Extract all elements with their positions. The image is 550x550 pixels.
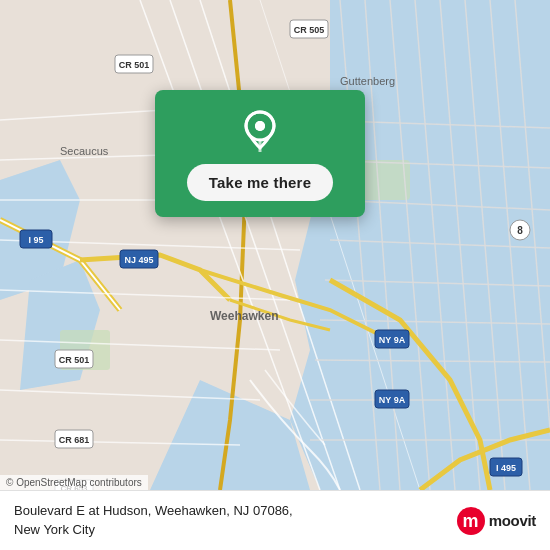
moovit-icon: m bbox=[457, 507, 485, 535]
take-me-there-button[interactable]: Take me there bbox=[187, 164, 333, 201]
svg-text:CR 681: CR 681 bbox=[59, 435, 90, 445]
svg-text:CR 501: CR 501 bbox=[119, 60, 150, 70]
svg-text:I 495: I 495 bbox=[496, 463, 516, 473]
svg-text:Weehawken: Weehawken bbox=[210, 309, 278, 323]
svg-text:CR 505: CR 505 bbox=[294, 25, 325, 35]
svg-text:NY 9A: NY 9A bbox=[379, 395, 406, 405]
bottom-bar: Boulevard E at Hudson, Weehawken, NJ 070… bbox=[0, 490, 550, 550]
location-line2: New York City bbox=[14, 521, 457, 539]
map-view: CR 501 CR 505 NJ 495 I 95 CR 501 CR 681 … bbox=[0, 0, 550, 490]
location-card: Take me there bbox=[155, 90, 365, 217]
moovit-brand-name: moovit bbox=[489, 512, 536, 529]
moovit-logo: m moovit bbox=[457, 507, 536, 535]
svg-text:NY 9A: NY 9A bbox=[379, 335, 406, 345]
svg-text:Secaucus: Secaucus bbox=[60, 145, 109, 157]
map-pin-icon bbox=[238, 108, 282, 152]
svg-text:8: 8 bbox=[517, 225, 523, 236]
attribution-text: © OpenStreetMap contributors bbox=[6, 477, 142, 488]
location-line1: Boulevard E at Hudson, Weehawken, NJ 070… bbox=[14, 502, 457, 520]
map-attribution: © OpenStreetMap contributors bbox=[0, 475, 148, 490]
svg-text:CR 501: CR 501 bbox=[59, 355, 90, 365]
svg-text:Guttenberg: Guttenberg bbox=[340, 75, 395, 87]
location-info: Boulevard E at Hudson, Weehawken, NJ 070… bbox=[14, 502, 457, 538]
svg-text:NJ 495: NJ 495 bbox=[124, 255, 153, 265]
svg-point-63 bbox=[255, 121, 265, 131]
svg-text:I 95: I 95 bbox=[28, 235, 43, 245]
